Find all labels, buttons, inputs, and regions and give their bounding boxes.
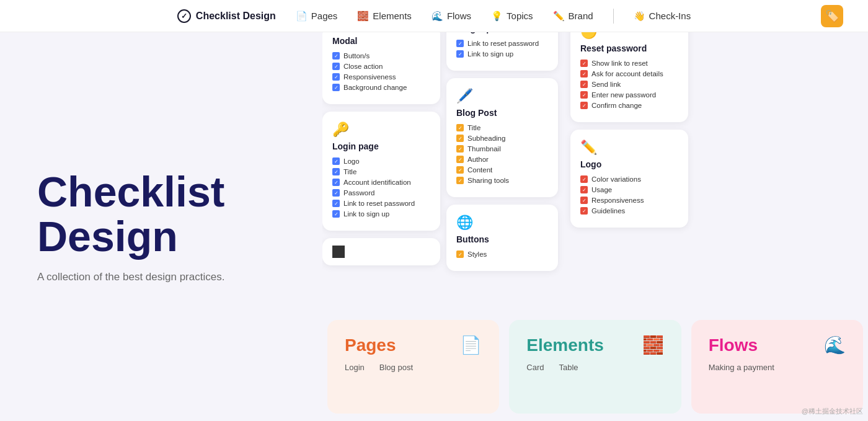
card-item: ✓ Background change — [332, 84, 430, 91]
checkbox-icon: ✓ — [580, 175, 588, 183]
flows-link-payment[interactable]: Making a payment — [709, 363, 774, 372]
card-item: ✓ Title — [332, 168, 430, 175]
card-login-icon: 🔑 — [332, 122, 430, 138]
checkbox-icon: ✓ — [332, 189, 340, 197]
checkbox-icon: ✓ — [456, 50, 464, 58]
card-forgot-title: Forgot password — [456, 32, 548, 33]
card-item: ✓ Styles — [456, 250, 548, 258]
card-item: ✓ Responsiveness — [580, 197, 678, 204]
card-item: ✓ Subheading — [456, 135, 548, 142]
card-blog-post: 🖊️ Blog Post ✓ Title ✓ Subheading ✓ Thum… — [446, 78, 558, 197]
card-item: ✓ Confirm change — [580, 102, 678, 109]
checkbox-icon: ✓ — [456, 145, 464, 153]
checkbox-icon: ✓ — [580, 207, 588, 215]
card-modal: Modal ✓ Button/s ✓ Close action ✓ Respon… — [322, 32, 440, 104]
checkbox-icon: ✓ — [332, 200, 340, 207]
bottom-card-flows-header: Flows 🌊 — [709, 335, 846, 355]
card-item: ✓ Link to sign up — [332, 210, 430, 218]
pages-link-login[interactable]: Login — [345, 363, 365, 372]
bottom-card-pages[interactable]: Pages 📄 Login Blog post — [327, 320, 499, 414]
checkbox-icon: ✓ — [332, 73, 340, 81]
elements-emoji: 🧱 — [357, 11, 369, 22]
bottom-card-elements[interactable]: Elements 🧱 Card Table — [509, 320, 681, 414]
flows-emoji-icon: 🌊 — [824, 335, 846, 355]
app-icon-emoji: 🏷️ — [825, 9, 839, 23]
card-buttons-icon: 🌐 — [456, 215, 548, 231]
elements-link-card[interactable]: Card — [526, 363, 544, 372]
bottom-card-flows[interactable]: Flows 🌊 Making a payment — [691, 320, 863, 414]
nav-item-flows[interactable]: 🌊 Flows — [432, 11, 471, 22]
checkbox-icon: ✓ — [332, 63, 340, 70]
navigation: ✓ Checklist Design 📄 Pages 🧱 Elements 🌊 … — [0, 0, 868, 32]
nav-item-pages[interactable]: 📄 Pages — [296, 11, 338, 22]
nav-item-checkins[interactable]: 👋 Check-Ins — [634, 11, 691, 22]
card-item: ✓ Close action — [332, 63, 430, 70]
checkbox-icon: ✓ — [332, 210, 340, 218]
card-item: ✓ Author — [456, 156, 548, 163]
card-item: ✓ Guidelines — [580, 207, 678, 215]
card-forgot-password: Forgot password ✓ Link to reset password… — [446, 32, 558, 71]
bottom-card-flows-title: Flows — [709, 335, 758, 355]
checkbox-icon: ✓ — [580, 102, 588, 109]
brand-emoji: ✏️ — [553, 11, 565, 22]
nav-divider — [613, 9, 614, 24]
card-reset-icon: 🟡 — [580, 32, 678, 40]
nav-item-elements[interactable]: 🧱 Elements — [357, 11, 412, 22]
elements-link-table[interactable]: Table — [559, 363, 578, 372]
main-content: Checklist Design A collection of the bes… — [0, 32, 868, 421]
bottom-card-flows-links: Making a payment — [709, 363, 846, 372]
checkbox-icon: ✓ — [332, 84, 340, 91]
checkbox-icon: ✓ — [456, 156, 464, 163]
checkbox-icon: ✓ — [456, 40, 464, 47]
card-buttons-title: Buttons — [456, 234, 548, 244]
card-login-title: Login page — [332, 141, 430, 151]
checkbox-icon: ✓ — [456, 177, 464, 184]
cards-area: Modal ✓ Button/s ✓ Close action ✓ Respon… — [322, 32, 868, 421]
pages-link-blog[interactable]: Blog post — [379, 363, 413, 372]
elements-emoji-icon: 🧱 — [642, 335, 664, 355]
bottom-card-elements-header: Elements 🧱 — [526, 335, 663, 355]
card-logo-title: Logo — [580, 159, 678, 169]
card-blog-title: Blog Post — [456, 108, 548, 118]
checkbox-icon: ✓ — [580, 186, 588, 193]
nav-item-brand[interactable]: ✏️ Brand — [553, 11, 593, 22]
card-item: ✓ Logo — [332, 157, 430, 165]
checkbox-icon: ✓ — [332, 179, 340, 186]
card-logo: ✏️ Logo ✓ Color variations ✓ Usage ✓ Res… — [570, 130, 688, 228]
card-item: ✓ Link to sign up — [456, 50, 548, 58]
bottom-card-elements-title: Elements — [526, 335, 604, 355]
checkbox-icon: ✓ — [456, 166, 464, 174]
checkbox-icon: ✓ — [332, 52, 340, 60]
card-blog-icon: 🖊️ — [456, 88, 548, 104]
app-icon[interactable]: 🏷️ — [821, 5, 843, 27]
flows-emoji: 🌊 — [432, 11, 443, 22]
card-item: ✓ Ask for account details — [580, 70, 678, 78]
card-logo-icon: ✏️ — [580, 140, 678, 156]
bottom-section: Pages 📄 Login Blog post Elements 🧱 Card … — [322, 312, 868, 421]
card-reset-title: Reset password — [580, 43, 678, 53]
card-item: ✓ Title — [456, 124, 548, 131]
checkbox-icon: ✓ — [580, 70, 588, 78]
checkbox-icon: ✓ — [456, 250, 464, 258]
hero-subtitle: A collection of the best design practice… — [37, 271, 285, 283]
card-item: ✓ Color variations — [580, 175, 678, 183]
card-item: ✓ Sharing tools — [456, 177, 548, 184]
cards-column-1: Modal ✓ Button/s ✓ Close action ✓ Respon… — [322, 32, 440, 265]
nav-logo[interactable]: ✓ Checklist Design — [177, 9, 276, 23]
pages-emoji-icon: 📄 — [460, 335, 482, 355]
nav-item-topics[interactable]: 💡 Topics — [491, 11, 533, 22]
logo-text: Checklist Design — [196, 11, 276, 22]
checkbox-icon: ✓ — [332, 168, 340, 175]
checkbox-icon: ✓ — [580, 60, 588, 67]
hero-title: Checklist Design — [37, 170, 285, 259]
bottom-card-pages-title: Pages — [345, 335, 396, 355]
watermark: @稀土掘金技术社区 — [802, 407, 863, 416]
checkbox-icon: ✓ — [580, 81, 588, 88]
bottom-card-elements-links: Card Table — [526, 363, 663, 372]
cards-column-3: 🟡 Reset password ✓ Show link to reset ✓ … — [570, 32, 688, 228]
pages-emoji: 📄 — [296, 11, 308, 22]
checkins-emoji: 👋 — [634, 11, 645, 22]
card-item: ✓ Show link to reset — [580, 60, 678, 67]
card-item: ✓ Thumbnail — [456, 145, 548, 153]
card-buttons: 🌐 Buttons ✓ Styles — [446, 205, 558, 271]
